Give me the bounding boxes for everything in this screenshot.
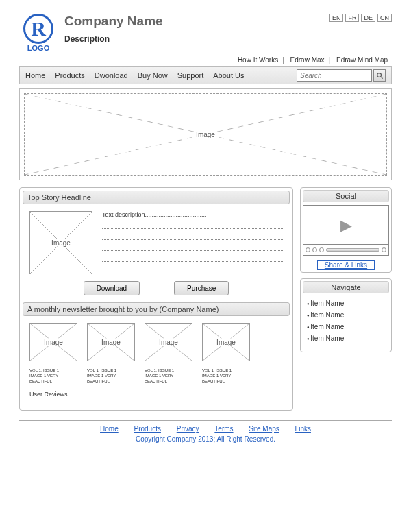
newsletter-thumb[interactable]: Image VOL 1, ISSUE 1 IMAGE 1 VERY BEAUTI…: [29, 323, 77, 384]
nav-products[interactable]: Products: [55, 71, 84, 80]
company-description: Description: [64, 34, 329, 44]
video-next-button[interactable]: [319, 247, 324, 252]
newsletter-thumb[interactable]: Image VOL 1, ISSUE 1 IMAGE 1 VERY BEAUTI…: [145, 323, 192, 384]
newsletter-thumb[interactable]: Image VOL 1, ISSUE 1 IMAGE 1 VERY BEAUTI…: [202, 323, 250, 384]
play-icon[interactable]: ▶: [340, 217, 352, 234]
top-links: How It Works| Edraw Max| Edraw Mind Map: [19, 56, 392, 64]
copyright: Copyright Company 2013; All Right Reserv…: [19, 435, 392, 443]
nav-about-us[interactable]: About Us: [213, 71, 244, 80]
toplink-how-it-works[interactable]: How It Works: [234, 56, 282, 64]
video-controls[interactable]: [303, 244, 388, 255]
video-play-button[interactable]: [312, 247, 317, 252]
newsletter-title: A monthly newsletter brought to you by (…: [23, 302, 290, 316]
story-image-label: Image: [49, 239, 73, 247]
navbar: Home Products Dwonload Buy Now Support A…: [19, 66, 392, 84]
search-input[interactable]: [297, 69, 372, 82]
svg-line-1: [380, 76, 382, 78]
navigate-panel: Navigate Item Name Item Name Item Name I…: [300, 278, 392, 352]
lang-de[interactable]: DE: [361, 14, 375, 22]
footer-link-products[interactable]: Products: [134, 425, 161, 433]
navigate-item[interactable]: Item Name: [307, 298, 385, 309]
search-button[interactable]: [373, 69, 386, 82]
nav-support[interactable]: Support: [177, 71, 204, 80]
thumb-caption: VOL 1, ISSUE 1 IMAGE 1 VERY BEAUTIFUL: [87, 368, 135, 384]
search-icon: [376, 72, 384, 80]
nav-download[interactable]: Dwonload: [95, 71, 128, 80]
story-text: Text description........................…: [102, 211, 283, 274]
user-reviews: User Reviews ...........................…: [23, 388, 290, 407]
company-title: Company Name: [64, 14, 329, 29]
top-story-headline: Top Story Headline: [23, 191, 290, 204]
social-panel: Social ▶ Share & Links: [300, 187, 392, 273]
video-player[interactable]: ▶: [303, 205, 389, 256]
footer-link-sitemaps[interactable]: Site Maps: [249, 425, 279, 433]
footer-link-terms[interactable]: Terms: [214, 425, 233, 433]
footer-link-home[interactable]: Home: [100, 425, 119, 433]
hero-image-placeholder: Image: [24, 93, 387, 176]
lang-fr[interactable]: FR: [345, 14, 359, 22]
share-links-button[interactable]: Share & Links: [317, 260, 375, 270]
toplink-edraw-mindmap[interactable]: Edraw Mind Map: [332, 56, 392, 64]
nav-home[interactable]: Home: [25, 71, 45, 80]
navigate-title: Navigate: [303, 281, 389, 293]
video-volume-button[interactable]: [382, 247, 386, 252]
nav-buy-now[interactable]: Buy Now: [138, 71, 168, 80]
hero: Image: [19, 88, 392, 180]
footer-link-links[interactable]: Links: [295, 425, 311, 433]
logo-text: LOGO: [19, 44, 58, 52]
lang-cn[interactable]: CN: [377, 14, 392, 22]
thumb-caption: VOL 1, ISSUE 1 IMAGE 1 VERY BEAUTIFUL: [202, 368, 250, 384]
thumb-caption: VOL 1, ISSUE 1 IMAGE 1 VERY BEAUTIFUL: [29, 368, 77, 384]
navigate-item[interactable]: Item Name: [307, 321, 385, 332]
svg-point-0: [377, 73, 381, 77]
story-image-placeholder: Image: [29, 211, 92, 274]
thumb-caption: VOL 1, ISSUE 1 IMAGE 1 VERY BEAUTIFUL: [145, 368, 192, 384]
toplink-edraw-max[interactable]: Edraw Max: [286, 56, 329, 64]
social-title: Social: [303, 190, 389, 202]
navigate-item[interactable]: Item Name: [307, 309, 385, 321]
logo: R LOGO: [19, 14, 58, 52]
video-prev-button[interactable]: [306, 247, 310, 252]
video-progress[interactable]: [326, 248, 379, 252]
download-button[interactable]: Download: [84, 281, 140, 295]
hero-image-label: Image: [194, 131, 217, 138]
purchase-button[interactable]: Purchase: [174, 281, 229, 295]
newsletter-thumb[interactable]: Image VOL 1, ISSUE 1 IMAGE 1 VERY BEAUTI…: [87, 323, 135, 384]
lang-en[interactable]: EN: [329, 14, 344, 22]
logo-icon: R: [23, 14, 53, 44]
footer-link-privacy[interactable]: Privacy: [177, 425, 199, 433]
navigate-item[interactable]: Item Name: [307, 332, 385, 344]
